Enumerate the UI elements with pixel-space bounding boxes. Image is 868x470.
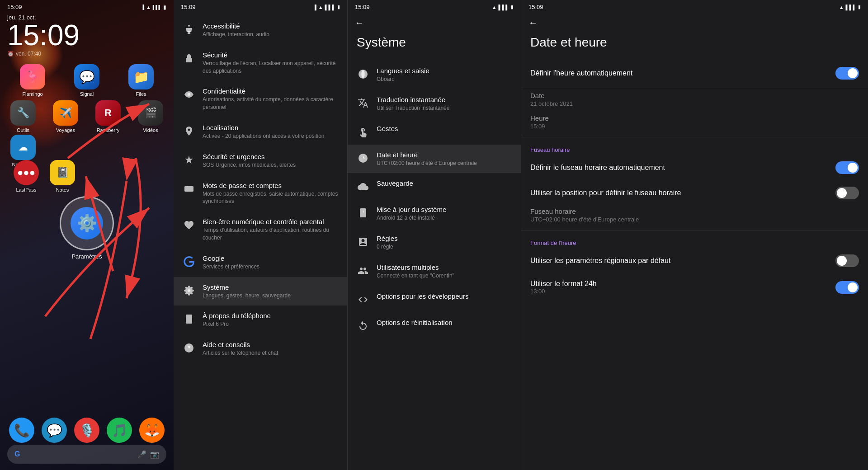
securite-icon: [183, 52, 195, 65]
accessibilite-icon: [183, 23, 195, 36]
systeme-item-traduction[interactable]: Traduction instantanée Utiliser Traducti…: [348, 89, 521, 118]
app-raspberry[interactable]: R Raspberry: [89, 100, 127, 133]
settings-item-confidentialite[interactable]: Confidentialité Autorisations, activité …: [174, 81, 347, 118]
parametres-icon: ⚙️: [71, 207, 103, 240]
datetime-battery-icon: ▮: [858, 4, 861, 10]
accessibilite-subtitle: Affichage, interaction, audio: [203, 31, 338, 38]
dock-firefox[interactable]: 🦊: [139, 418, 165, 443]
gestes-icon: [357, 126, 369, 138]
datetime-header: ←: [521, 12, 868, 32]
dock-podcast[interactable]: 🎙️: [74, 418, 99, 443]
systeme-icon: [183, 284, 195, 297]
datetime-list: Définir l'heure automatiquement Date 21 …: [521, 57, 868, 470]
motspasse-subtitle: Mots de passe enregistrés, saisie automa…: [203, 190, 338, 206]
systeme-back-button[interactable]: ←: [355, 16, 368, 30]
dock-messages[interactable]: 💬: [42, 418, 67, 443]
format24-row[interactable]: Utiliser le format 24h 13:00: [521, 273, 868, 301]
systeme-subtitle: Langues, gestes, heure, sauvegarde: [203, 292, 338, 300]
lastpass-label: LastPass: [16, 187, 36, 193]
settings-item-motspasse[interactable]: Mots de passe et comptes Mots de passe e…: [174, 175, 347, 212]
apropos-title: À propos du téléphone: [203, 312, 338, 320]
flamingo-label: Flamingo: [22, 91, 42, 97]
utilisateurs-icon: [357, 264, 369, 277]
dateheure-subtitle: UTC+02:00 heure d'été d'Europe centrale: [377, 160, 512, 167]
dock-phone[interactable]: 📞: [9, 418, 34, 443]
langues-title: Langues et saisie: [377, 67, 512, 75]
settings-item-systeme[interactable]: Système Langues, gestes, heure, sauvegar…: [174, 277, 347, 306]
outils-label: Outils: [17, 127, 29, 133]
alarm-row: ⏰ ven. 07:40: [7, 51, 166, 57]
auto-fuseau-label: Définir le fuseau horaire automatiquemen…: [530, 164, 835, 172]
auto-time-row[interactable]: Définir l'heure automatiquement: [521, 61, 868, 86]
notification-icon: ▐: [141, 5, 144, 9]
videos-icon: 🎬: [138, 100, 163, 126]
utilisateurs-title: Utilisateurs multiples: [377, 263, 512, 271]
app-signal[interactable]: 💬 Signal: [63, 64, 110, 97]
systeme-item-langues[interactable]: Langues et saisie Gboard: [348, 61, 521, 89]
datetime-status-time: 15:09: [528, 4, 543, 10]
apropos-text: À propos du téléphone Pixel 6 Pro: [203, 312, 338, 328]
svg-rect-6: [186, 315, 192, 324]
format24-toggle[interactable]: [835, 281, 859, 294]
app-voyages[interactable]: ✈️ Voyages: [46, 100, 85, 133]
urgences-text: Sécurité et urgences SOS Urgence, infos …: [203, 153, 338, 169]
systeme-item-gestes[interactable]: Gestes: [348, 118, 521, 145]
motspasse-icon: [183, 183, 195, 195]
app-outils[interactable]: 🔧 Outils: [4, 100, 42, 133]
aide-text: Aide et conseils Articles sur le télépho…: [203, 341, 338, 357]
search-bar[interactable]: G 🎤 📷: [7, 445, 166, 464]
app-notes[interactable]: 📓 Notes: [50, 160, 75, 193]
settings-signal-icon: ▌▌▌: [325, 5, 335, 10]
settings-item-accessibilite[interactable]: Accessibilité Affichage, interaction, au…: [174, 16, 347, 45]
settings-item-bienetre[interactable]: Bien-être numérique et contrôle parental…: [174, 212, 347, 248]
wifi-icon: ▲: [146, 5, 151, 10]
dock-spotify[interactable]: 🎵: [107, 418, 132, 443]
systeme-item-developpeurs[interactable]: Options pour les développeurs: [348, 286, 521, 312]
app-files[interactable]: 📁 Files: [118, 64, 165, 97]
accessibilite-title: Accessibilité: [203, 22, 338, 30]
date-row: Date 21 octobre 2021: [521, 90, 868, 113]
settings-item-apropos[interactable]: À propos du téléphone Pixel 6 Pro: [174, 306, 347, 334]
voyages-label: Voyages: [56, 127, 75, 133]
reinit-title: Options de réinitialisation: [377, 319, 512, 326]
systeme-item-regles[interactable]: Règles 0 règle: [348, 228, 521, 257]
systeme-item-dateheure[interactable]: Date et heure UTC+02:00 heure d'été d'Eu…: [348, 145, 521, 174]
settings-item-securite[interactable]: Sécurité Verrouillage de l'écran, Locali…: [174, 45, 347, 81]
heure-label: Heure: [530, 114, 859, 122]
bienetre-icon: [183, 219, 195, 231]
systeme-title: Système: [348, 32, 521, 57]
auto-fuseau-row[interactable]: Définir le fuseau horaire automatiquemen…: [521, 155, 868, 180]
reinit-text: Options de réinitialisation: [377, 319, 512, 327]
app-videos[interactable]: 🎬 Vidéos: [131, 100, 170, 133]
settings-item-google[interactable]: Google Services et préférences: [174, 248, 347, 277]
position-fuseau-toggle[interactable]: [835, 187, 859, 199]
settings-item-aide[interactable]: Aide et conseils Articles sur le télépho…: [174, 334, 347, 363]
regional-toggle[interactable]: [835, 254, 859, 267]
systeme-item-utilisateurs[interactable]: Utilisateurs multiples Connecté en tant …: [348, 257, 521, 286]
auto-time-toggle[interactable]: [835, 67, 859, 80]
settings-wifi-icon: ▲: [318, 5, 323, 10]
raspberry-icon: R: [95, 100, 121, 126]
app-flamingo[interactable]: 🦩 Flamingo: [9, 64, 56, 97]
dock: 📞 💬 🎙️ 🎵 🦊: [7, 418, 166, 443]
auto-fuseau-toggle[interactable]: [835, 161, 859, 174]
developpeurs-title: Options pour les développeurs: [377, 292, 512, 300]
systeme-item-miseajour[interactable]: Mise à jour du système Android 12 a été …: [348, 199, 521, 228]
parametres-circle[interactable]: ⚙️: [60, 196, 114, 250]
lastpass-icon: ●●●: [14, 160, 39, 185]
settings-status-bar: 15:09 ▐ ▲ ▌▌▌ ▮: [174, 0, 347, 12]
regional-row[interactable]: Utiliser les paramètres régionaux par dé…: [521, 248, 868, 273]
traduction-icon: [357, 97, 369, 109]
systeme-item-sauvegarde[interactable]: Sauvegarde: [348, 173, 521, 199]
settings-item-urgences[interactable]: Sécurité et urgences SOS Urgence, infos …: [174, 146, 347, 175]
app-lastpass[interactable]: ●●● LastPass: [14, 160, 39, 193]
confidentialite-icon: [183, 88, 195, 101]
settings-item-localisation[interactable]: Localisation Activée - 20 applications o…: [174, 118, 347, 146]
systeme-item-reinit[interactable]: Options de réinitialisation: [348, 312, 521, 338]
position-fuseau-row[interactable]: Utiliser la position pour définir le fus…: [521, 180, 868, 206]
divider-3: [521, 230, 868, 230]
datetime-back-button[interactable]: ←: [528, 16, 541, 30]
langues-icon: [357, 68, 369, 80]
datetime-wifi-icon: ▲: [839, 5, 844, 10]
position-fuseau-label: Utiliser la position pour définir le fus…: [530, 189, 835, 197]
